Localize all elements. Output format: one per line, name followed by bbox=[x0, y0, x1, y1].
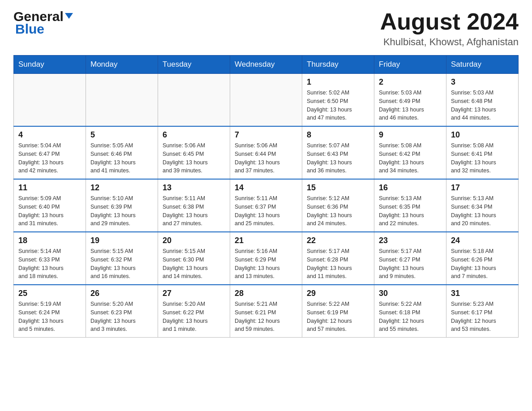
calendar-cell: 8Sunrise: 5:07 AM Sunset: 6:43 PM Daylig… bbox=[302, 126, 374, 179]
logo: General Blue bbox=[13, 9, 73, 37]
cell-info: Sunrise: 5:06 AM Sunset: 6:44 PM Dayligh… bbox=[235, 141, 297, 175]
cell-info: Sunrise: 5:02 AM Sunset: 6:50 PM Dayligh… bbox=[307, 89, 369, 122]
calendar-cell: 9Sunrise: 5:08 AM Sunset: 6:42 PM Daylig… bbox=[374, 126, 446, 179]
cell-day-number: 23 bbox=[379, 236, 442, 245]
cell-info: Sunrise: 5:09 AM Sunset: 6:40 PM Dayligh… bbox=[18, 194, 81, 228]
page-header: General Blue August 2024 Khulbisat, Khow… bbox=[13, 9, 519, 48]
calendar-cell: 31Sunrise: 5:23 AM Sunset: 6:17 PM Dayli… bbox=[446, 285, 519, 338]
week-row-4: 18Sunrise: 5:14 AM Sunset: 6:33 PM Dayli… bbox=[14, 232, 519, 285]
cell-info: Sunrise: 5:14 AM Sunset: 6:33 PM Dayligh… bbox=[18, 247, 81, 281]
calendar-cell: 6Sunrise: 5:06 AM Sunset: 6:45 PM Daylig… bbox=[158, 126, 230, 179]
calendar-cell: 23Sunrise: 5:17 AM Sunset: 6:27 PM Dayli… bbox=[374, 232, 446, 285]
day-header-sunday: Sunday bbox=[14, 56, 86, 74]
day-header-thursday: Thursday bbox=[302, 56, 374, 74]
cell-day-number: 17 bbox=[451, 183, 514, 193]
day-header-tuesday: Tuesday bbox=[158, 56, 230, 74]
calendar-subtitle: Khulbisat, Khowst, Afghanistan bbox=[380, 36, 519, 48]
calendar-cell bbox=[230, 74, 302, 127]
cell-info: Sunrise: 5:21 AM Sunset: 6:21 PM Dayligh… bbox=[235, 300, 297, 334]
cell-day-number: 21 bbox=[235, 236, 297, 245]
cell-day-number: 25 bbox=[18, 289, 81, 298]
cell-info: Sunrise: 5:15 AM Sunset: 6:30 PM Dayligh… bbox=[163, 247, 225, 281]
logo-triangle-icon bbox=[65, 13, 73, 19]
calendar-cell: 15Sunrise: 5:12 AM Sunset: 6:36 PM Dayli… bbox=[302, 179, 374, 232]
day-header-friday: Friday bbox=[374, 56, 446, 74]
cell-day-number: 3 bbox=[451, 77, 514, 87]
cell-day-number: 18 bbox=[18, 236, 81, 245]
cell-info: Sunrise: 5:23 AM Sunset: 6:17 PM Dayligh… bbox=[451, 300, 514, 334]
cell-info: Sunrise: 5:03 AM Sunset: 6:48 PM Dayligh… bbox=[451, 89, 514, 122]
cell-day-number: 5 bbox=[90, 130, 153, 140]
calendar-cell: 12Sunrise: 5:10 AM Sunset: 6:39 PM Dayli… bbox=[86, 179, 158, 232]
cell-day-number: 8 bbox=[307, 130, 369, 140]
calendar-cell: 25Sunrise: 5:19 AM Sunset: 6:24 PM Dayli… bbox=[14, 285, 86, 338]
cell-info: Sunrise: 5:20 AM Sunset: 6:23 PM Dayligh… bbox=[90, 300, 153, 334]
calendar-cell bbox=[158, 74, 230, 127]
cell-info: Sunrise: 5:18 AM Sunset: 6:26 PM Dayligh… bbox=[451, 247, 514, 281]
cell-day-number: 28 bbox=[235, 289, 297, 298]
calendar-cell: 4Sunrise: 5:04 AM Sunset: 6:47 PM Daylig… bbox=[14, 126, 86, 179]
cell-day-number: 6 bbox=[163, 130, 225, 140]
calendar-cell: 11Sunrise: 5:09 AM Sunset: 6:40 PM Dayli… bbox=[14, 179, 86, 232]
day-header-wednesday: Wednesday bbox=[230, 56, 302, 74]
calendar-cell: 22Sunrise: 5:17 AM Sunset: 6:28 PM Dayli… bbox=[302, 232, 374, 285]
calendar-cell: 24Sunrise: 5:18 AM Sunset: 6:26 PM Dayli… bbox=[446, 232, 519, 285]
cell-info: Sunrise: 5:11 AM Sunset: 6:37 PM Dayligh… bbox=[235, 194, 297, 228]
cell-day-number: 31 bbox=[451, 289, 514, 298]
cell-info: Sunrise: 5:13 AM Sunset: 6:34 PM Dayligh… bbox=[451, 194, 514, 228]
cell-info: Sunrise: 5:05 AM Sunset: 6:46 PM Dayligh… bbox=[90, 141, 153, 175]
cell-info: Sunrise: 5:16 AM Sunset: 6:29 PM Dayligh… bbox=[235, 247, 297, 281]
calendar-cell bbox=[86, 74, 158, 127]
cell-day-number: 16 bbox=[379, 183, 442, 193]
cell-day-number: 22 bbox=[307, 236, 369, 245]
calendar-cell: 1Sunrise: 5:02 AM Sunset: 6:50 PM Daylig… bbox=[302, 74, 374, 127]
calendar-cell: 14Sunrise: 5:11 AM Sunset: 6:37 PM Dayli… bbox=[230, 179, 302, 232]
cell-info: Sunrise: 5:08 AM Sunset: 6:41 PM Dayligh… bbox=[451, 141, 514, 175]
title-block: August 2024 Khulbisat, Khowst, Afghanist… bbox=[380, 9, 519, 48]
cell-day-number: 15 bbox=[307, 183, 369, 193]
cell-info: Sunrise: 5:13 AM Sunset: 6:35 PM Dayligh… bbox=[379, 194, 442, 228]
calendar-cell: 3Sunrise: 5:03 AM Sunset: 6:48 PM Daylig… bbox=[446, 74, 519, 127]
cell-info: Sunrise: 5:04 AM Sunset: 6:47 PM Dayligh… bbox=[18, 141, 81, 175]
cell-info: Sunrise: 5:22 AM Sunset: 6:19 PM Dayligh… bbox=[307, 300, 369, 334]
calendar-cell: 26Sunrise: 5:20 AM Sunset: 6:23 PM Dayli… bbox=[86, 285, 158, 338]
calendar-cell: 10Sunrise: 5:08 AM Sunset: 6:41 PM Dayli… bbox=[446, 126, 519, 179]
cell-info: Sunrise: 5:03 AM Sunset: 6:49 PM Dayligh… bbox=[379, 89, 442, 122]
calendar-cell: 13Sunrise: 5:11 AM Sunset: 6:38 PM Dayli… bbox=[158, 179, 230, 232]
calendar-cell: 7Sunrise: 5:06 AM Sunset: 6:44 PM Daylig… bbox=[230, 126, 302, 179]
calendar-cell: 27Sunrise: 5:20 AM Sunset: 6:22 PM Dayli… bbox=[158, 285, 230, 338]
cell-day-number: 11 bbox=[18, 183, 81, 193]
cell-day-number: 20 bbox=[163, 236, 225, 245]
week-row-5: 25Sunrise: 5:19 AM Sunset: 6:24 PM Dayli… bbox=[14, 285, 519, 338]
calendar-cell: 5Sunrise: 5:05 AM Sunset: 6:46 PM Daylig… bbox=[86, 126, 158, 179]
cell-day-number: 30 bbox=[379, 289, 442, 298]
cell-day-number: 26 bbox=[90, 289, 153, 298]
week-row-1: 1Sunrise: 5:02 AM Sunset: 6:50 PM Daylig… bbox=[14, 74, 519, 127]
cell-day-number: 19 bbox=[90, 236, 153, 245]
calendar-cell bbox=[14, 74, 86, 127]
cell-day-number: 27 bbox=[163, 289, 225, 298]
calendar-cell: 17Sunrise: 5:13 AM Sunset: 6:34 PM Dayli… bbox=[446, 179, 519, 232]
cell-info: Sunrise: 5:20 AM Sunset: 6:22 PM Dayligh… bbox=[163, 300, 225, 334]
calendar-cell: 19Sunrise: 5:15 AM Sunset: 6:32 PM Dayli… bbox=[86, 232, 158, 285]
cell-day-number: 13 bbox=[163, 183, 225, 193]
calendar-cell: 18Sunrise: 5:14 AM Sunset: 6:33 PM Dayli… bbox=[14, 232, 86, 285]
cell-info: Sunrise: 5:22 AM Sunset: 6:18 PM Dayligh… bbox=[379, 300, 442, 334]
week-row-2: 4Sunrise: 5:04 AM Sunset: 6:47 PM Daylig… bbox=[14, 126, 519, 179]
cell-info: Sunrise: 5:10 AM Sunset: 6:39 PM Dayligh… bbox=[90, 194, 153, 228]
calendar-cell: 20Sunrise: 5:15 AM Sunset: 6:30 PM Dayli… bbox=[158, 232, 230, 285]
calendar-table: SundayMondayTuesdayWednesdayThursdayFrid… bbox=[13, 55, 519, 338]
days-header-row: SundayMondayTuesdayWednesdayThursdayFrid… bbox=[14, 56, 519, 74]
cell-info: Sunrise: 5:15 AM Sunset: 6:32 PM Dayligh… bbox=[90, 247, 153, 281]
day-header-saturday: Saturday bbox=[446, 56, 519, 74]
cell-info: Sunrise: 5:11 AM Sunset: 6:38 PM Dayligh… bbox=[163, 194, 225, 228]
cell-info: Sunrise: 5:17 AM Sunset: 6:28 PM Dayligh… bbox=[307, 247, 369, 281]
cell-day-number: 12 bbox=[90, 183, 153, 193]
calendar-cell: 30Sunrise: 5:22 AM Sunset: 6:18 PM Dayli… bbox=[374, 285, 446, 338]
calendar-title: August 2024 bbox=[380, 9, 519, 34]
cell-day-number: 2 bbox=[379, 77, 442, 87]
cell-day-number: 1 bbox=[307, 77, 369, 87]
cell-day-number: 24 bbox=[451, 236, 514, 245]
calendar-cell: 28Sunrise: 5:21 AM Sunset: 6:21 PM Dayli… bbox=[230, 285, 302, 338]
cell-info: Sunrise: 5:17 AM Sunset: 6:27 PM Dayligh… bbox=[379, 247, 442, 281]
